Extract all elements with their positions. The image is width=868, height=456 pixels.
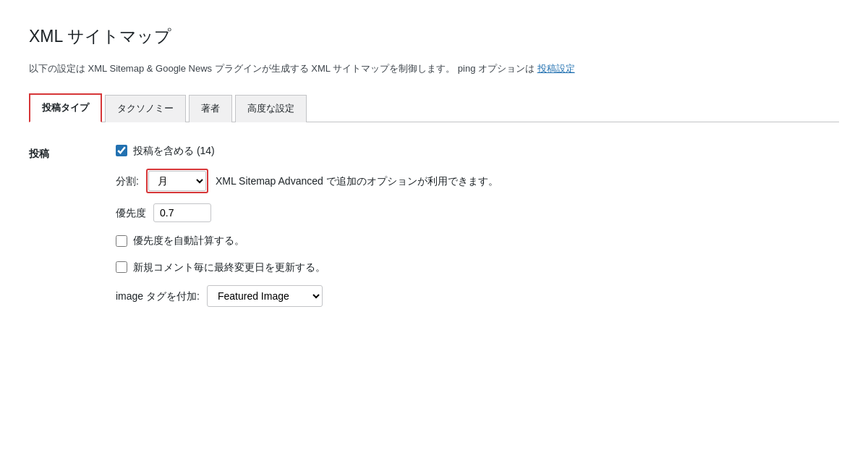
page-description: 以下の設定は XML Sitemap & Google News プラグインが生… (29, 62, 839, 76)
xml-sitemap-advanced-link[interactable]: XML Sitemap Advanced (216, 175, 323, 187)
include-label: 投稿を含める (14) (133, 143, 215, 159)
priority-row: 優先度 (116, 203, 498, 222)
priority-label: 優先度 (116, 205, 146, 221)
split-row: 分割: 月 週 日 なし XML Sitemap Advanced で追加のオプ… (116, 169, 498, 193)
auto-priority-checkbox[interactable] (116, 235, 127, 247)
tab-author[interactable]: 著者 (189, 95, 232, 122)
section-content: 投稿を含める (14) 分割: 月 週 日 なし XML Sitemap Adv… (116, 143, 498, 307)
update-date-label: 新規コメント毎に最終変更日を更新する。 (133, 259, 326, 275)
settings-section: 投稿 投稿を含める (14) 分割: 月 週 日 なし XML Sitemap … (29, 143, 839, 307)
page-title: XML サイトマップ (29, 23, 839, 50)
auto-priority-label: 優先度を自動計算する。 (133, 232, 244, 248)
include-row: 投稿を含める (14) (116, 143, 498, 159)
image-tag-select[interactable]: Featured Image All Images None (207, 285, 323, 307)
update-date-row: 新規コメント毎に最終変更日を更新する。 (116, 259, 498, 275)
section-label: 投稿 (29, 143, 87, 307)
image-tag-label: image タグを付加: (116, 288, 200, 304)
split-select[interactable]: 月 週 日 なし (148, 171, 206, 191)
include-checkbox[interactable] (116, 145, 127, 156)
update-date-checkbox[interactable] (116, 261, 127, 273)
tab-advanced[interactable]: 高度な設定 (235, 95, 307, 122)
tab-post-type[interactable]: 投稿タイプ (29, 93, 102, 122)
tab-bar: 投稿タイプ タクソノミー 著者 高度な設定 (29, 93, 839, 122)
split-advanced-text: XML Sitemap Advanced で追加のオプションが利用できます。 (216, 173, 498, 189)
split-label: 分割: (116, 173, 139, 189)
posting-settings-link[interactable]: 投稿設定 (537, 63, 575, 74)
split-select-wrapper: 月 週 日 なし (146, 169, 208, 193)
priority-input[interactable] (153, 203, 211, 222)
image-tag-row: image タグを付加: Featured Image All Images N… (116, 285, 498, 307)
auto-priority-row: 優先度を自動計算する。 (116, 232, 498, 248)
tab-taxonomy[interactable]: タクソノミー (105, 95, 186, 122)
